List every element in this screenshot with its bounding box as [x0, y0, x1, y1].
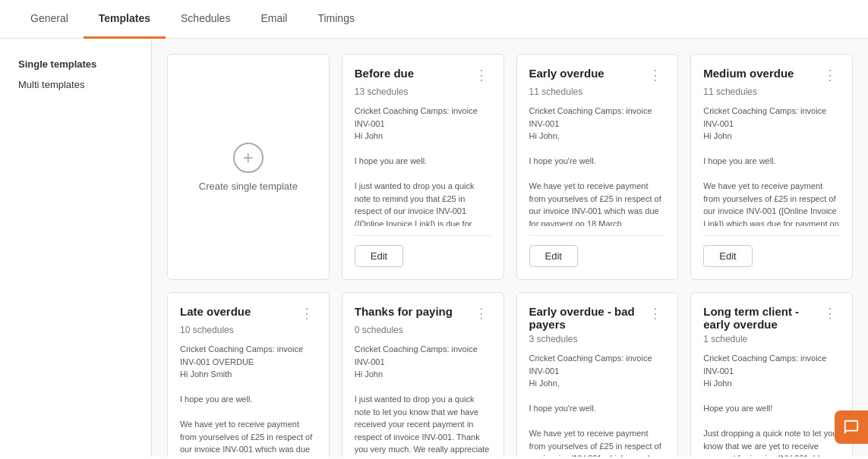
main-layout: Single templates Multi templates + Creat… [0, 39, 868, 457]
template-card: Medium overdue ⋮ 11 schedules Cricket Co… [690, 54, 853, 280]
card-menu-icon-5[interactable]: ⋮ [645, 305, 665, 322]
card-subtitle-2: 11 schedules [703, 86, 840, 97]
chat-bubble-button[interactable] [835, 410, 868, 444]
chat-icon [843, 419, 860, 435]
card-title-1: Early overdue [529, 67, 646, 80]
card-title-4: Thanks for paying [355, 305, 472, 318]
card-menu-icon-4[interactable]: ⋮ [472, 305, 491, 322]
edit-button-2[interactable]: Edit [703, 245, 752, 267]
card-subtitle-5: 3 schedules [529, 334, 666, 344]
card-body-5: Cricket Coaching Camps: invoice INV-001 … [529, 352, 666, 457]
card-body-1: Cricket Coaching Camps: invoice INV-001 … [529, 105, 666, 226]
card-subtitle-6: 1 schedule [703, 334, 840, 344]
card-header-4: Thanks for paying ⋮ [355, 305, 491, 322]
card-footer-2: Edit [703, 235, 840, 267]
card-title-6: Long term client - early overdue [703, 305, 820, 331]
card-header-2: Medium overdue ⋮ [703, 67, 840, 83]
templates-grid: + Create single template Before due ⋮ 13… [167, 54, 853, 457]
card-subtitle-4: 0 schedules [355, 325, 491, 335]
card-body-0: Cricket Coaching Camps: invoice INV-001 … [355, 105, 491, 226]
card-subtitle-3: 10 schedules [180, 325, 317, 335]
content-area: + Create single template Before due ⋮ 13… [152, 39, 868, 457]
nav-timings[interactable]: Timings [302, 0, 370, 39]
card-body-3: Cricket Coaching Camps: invoice INV-001 … [180, 343, 317, 457]
card-menu-icon-0[interactable]: ⋮ [472, 67, 491, 83]
sidebar: Single templates Multi templates [0, 39, 152, 457]
card-menu-icon-6[interactable]: ⋮ [820, 305, 840, 322]
add-icon: + [233, 143, 264, 173]
template-card: Early overdue - bad payers ⋮ 3 schedules… [516, 292, 679, 457]
card-body-6: Cricket Coaching Camps: invoice INV-001 … [703, 352, 840, 457]
sidebar-item-multi-templates[interactable]: Multi templates [12, 74, 139, 95]
card-menu-icon-2[interactable]: ⋮ [820, 67, 840, 83]
create-template-label: Create single template [199, 181, 298, 192]
nav-general[interactable]: General [15, 0, 84, 39]
card-subtitle-1: 11 schedules [529, 86, 666, 97]
card-body-2: Cricket Coaching Camps: invoice INV-001 … [703, 105, 840, 226]
card-footer-1: Edit [529, 235, 666, 267]
card-menu-icon-3[interactable]: ⋮ [297, 305, 317, 322]
nav-schedules[interactable]: Schedules [166, 0, 245, 39]
edit-button-0[interactable]: Edit [355, 245, 403, 267]
card-header-1: Early overdue ⋮ [529, 67, 666, 83]
template-card: Thanks for paying ⋮ 0 schedules Cricket … [342, 292, 504, 457]
edit-button-1[interactable]: Edit [529, 245, 578, 267]
template-card: Before due ⋮ 13 schedules Cricket Coachi… [342, 54, 504, 280]
card-header-5: Early overdue - bad payers ⋮ [529, 305, 666, 331]
card-title-2: Medium overdue [703, 67, 820, 80]
nav-templates[interactable]: Templates [84, 0, 166, 39]
nav-email[interactable]: Email [245, 0, 302, 39]
create-template-card[interactable]: + Create single template [167, 54, 330, 280]
template-card: Late overdue ⋮ 10 schedules Cricket Coac… [167, 292, 330, 457]
card-menu-icon-1[interactable]: ⋮ [645, 67, 665, 83]
card-subtitle-0: 13 schedules [355, 86, 491, 97]
card-title-5: Early overdue - bad payers [529, 305, 646, 331]
card-header-0: Before due ⋮ [355, 67, 491, 83]
card-header-6: Long term client - early overdue ⋮ [703, 305, 840, 331]
card-title-0: Before due [355, 67, 472, 80]
template-card: Long term client - early overdue ⋮ 1 sch… [690, 292, 853, 457]
card-footer-0: Edit [355, 235, 491, 267]
card-body-4: Cricket Coaching Camps: invoice INV-001 … [355, 343, 491, 457]
template-card: Early overdue ⋮ 11 schedules Cricket Coa… [516, 54, 679, 280]
sidebar-item-single-templates[interactable]: Single templates [12, 54, 139, 74]
card-header-3: Late overdue ⋮ [180, 305, 317, 322]
card-title-3: Late overdue [180, 305, 297, 318]
top-nav: General Templates Schedules Email Timing… [0, 0, 868, 39]
